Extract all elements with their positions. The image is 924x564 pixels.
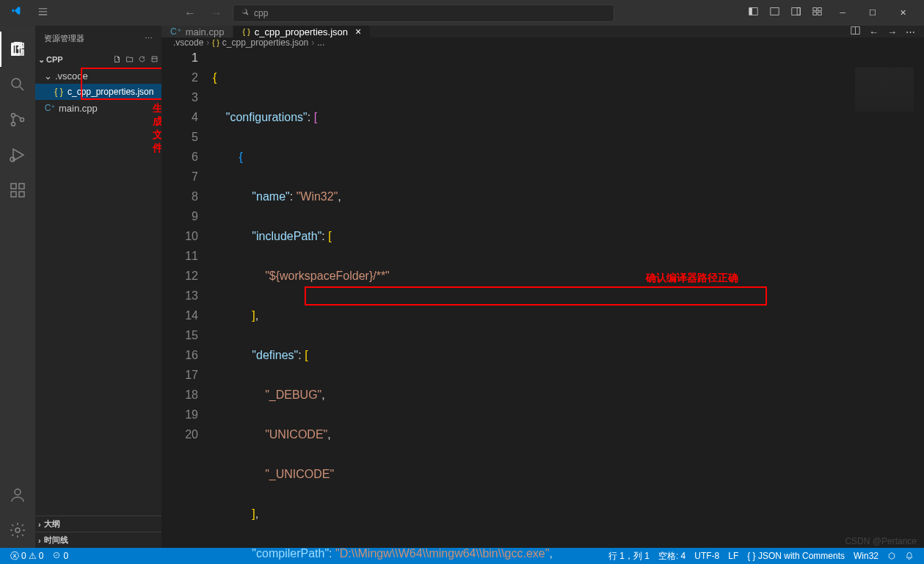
layout-right-icon[interactable]	[785, 2, 807, 24]
new-file-icon[interactable]	[113, 55, 121, 65]
json-file-icon: { }	[53, 87, 65, 97]
timeline-label: 时间线	[44, 535, 68, 546]
editor-area: C⁺ main.cpp { } c_cpp_properties.json × …	[161, 26, 924, 548]
run-debug-icon[interactable]	[0, 137, 35, 173]
chevron-right-icon: ›	[311, 37, 314, 48]
svg-rect-2	[771, 8, 779, 15]
layout-left-icon[interactable]	[743, 2, 764, 24]
file-label: c_cpp_properties.json	[68, 87, 153, 97]
chevron-right-icon: ›	[38, 520, 41, 529]
ports-icon	[52, 551, 61, 562]
editor-more-icon[interactable]: ⋯	[906, 26, 915, 37]
svg-rect-4	[797, 8, 800, 15]
search-icon	[241, 7, 250, 18]
svg-rect-7	[813, 12, 817, 15]
cpp-file-icon: C⁺	[170, 26, 181, 37]
error-icon: ⓧ	[10, 550, 19, 563]
minimap[interactable]	[855, 68, 914, 112]
svg-point-18	[15, 489, 21, 495]
breadcrumb-more[interactable]: ...	[317, 37, 324, 48]
svg-rect-8	[818, 12, 822, 15]
svg-rect-14	[11, 184, 16, 189]
explorer-sidebar: 资源管理器 ⋯ ⌄ CPP ⌄ .vscode { } c_cpp_proper…	[35, 26, 161, 548]
editor-next-icon[interactable]: →	[887, 26, 897, 37]
svg-point-9	[12, 79, 21, 87]
activity-bar	[0, 26, 35, 548]
titlebar: ← → cpp ─ ☐ ✕	[0, 0, 924, 26]
timeline-section[interactable]: › 时间线	[35, 532, 161, 548]
code-editor[interactable]: 1 2 3 4 5 6 7 8 9 10 11 12 13 14 15 16 1…	[161, 48, 924, 564]
svg-rect-6	[818, 8, 822, 11]
chevron-down-icon: ⌄	[44, 70, 52, 82]
chevron-down-icon: ⌄	[38, 55, 45, 65]
editor-tabs: C⁺ main.cpp { } c_cpp_properties.json × …	[161, 26, 924, 37]
svg-point-11	[12, 123, 15, 126]
nav-forward-button[interactable]: →	[206, 5, 227, 21]
svg-point-10	[12, 114, 15, 118]
svg-rect-16	[19, 192, 24, 197]
settings-icon[interactable]	[0, 513, 35, 548]
layout-bottom-icon[interactable]	[764, 2, 785, 24]
svg-rect-1	[749, 8, 752, 15]
watermark: CSDN @Pertance	[845, 536, 917, 546]
split-editor-icon[interactable]	[851, 26, 860, 37]
tab-label: main.cpp	[186, 26, 225, 37]
command-center[interactable]: cpp	[233, 4, 614, 22]
code-content[interactable]: { "configurations": [ { "name": "Win32",…	[213, 48, 924, 564]
tab-properties[interactable]: { } c_cpp_properties.json ×	[233, 26, 371, 37]
explorer-title: 资源管理器	[44, 33, 84, 44]
tree-file-properties[interactable]: { } c_cpp_properties.json	[35, 84, 161, 100]
close-button[interactable]: ✕	[888, 2, 918, 24]
collapse-icon[interactable]	[150, 55, 159, 65]
cpp-file-icon: C⁺	[44, 103, 56, 113]
breadcrumbs[interactable]: .vscode › { } c_cpp_properties.json › ..…	[161, 37, 924, 48]
menu-icon[interactable]	[38, 7, 51, 20]
file-label: main.cpp	[59, 103, 98, 114]
extensions-icon[interactable]	[0, 173, 35, 208]
tree-file-main[interactable]: C⁺ main.cpp	[35, 100, 161, 116]
status-ports[interactable]: 0	[48, 551, 73, 562]
tab-main[interactable]: C⁺ main.cpp	[161, 26, 233, 37]
folder-root[interactable]: ⌄ CPP	[35, 51, 161, 68]
svg-point-13	[10, 157, 15, 162]
search-tab-icon[interactable]	[0, 67, 35, 102]
svg-point-12	[21, 118, 24, 122]
search-text: cpp	[254, 8, 268, 18]
breadcrumb-folder[interactable]: .vscode	[173, 37, 203, 48]
json-file-icon: { }	[242, 27, 250, 36]
minimize-button[interactable]: ─	[828, 2, 857, 24]
new-folder-icon[interactable]	[125, 55, 134, 65]
chevron-right-icon: ›	[38, 536, 41, 545]
close-icon[interactable]: ×	[355, 26, 361, 37]
editor-prev-icon[interactable]: ←	[869, 26, 878, 37]
svg-rect-17	[19, 184, 24, 189]
warning-icon: ⚠	[29, 551, 37, 561]
svg-rect-3	[792, 8, 800, 15]
nav-back-button[interactable]: ←	[180, 5, 200, 21]
line-gutter: 1 2 3 4 5 6 7 8 9 10 11 12 13 14 15 16 1…	[161, 48, 213, 564]
status-errors[interactable]: ⓧ0 ⚠0	[6, 550, 48, 563]
explorer-icon[interactable]	[0, 32, 35, 67]
breadcrumb-file[interactable]: c_cpp_properties.json	[222, 37, 308, 48]
svg-rect-5	[813, 8, 817, 11]
tab-label: c_cpp_properties.json	[255, 26, 348, 37]
maximize-button[interactable]: ☐	[857, 2, 888, 24]
account-icon[interactable]	[0, 477, 35, 513]
json-file-icon: { }	[212, 39, 219, 47]
svg-rect-15	[11, 192, 16, 197]
tree-folder-vscode[interactable]: ⌄ .vscode	[35, 68, 161, 84]
svg-point-19	[15, 528, 20, 532]
vscode-icon	[12, 6, 26, 21]
layout-grid-icon[interactable]	[807, 2, 828, 24]
root-name: CPP	[46, 55, 63, 64]
explorer-more-icon[interactable]: ⋯	[145, 34, 153, 43]
refresh-icon[interactable]	[138, 55, 146, 65]
outline-section[interactable]: › 大纲	[35, 516, 161, 532]
chevron-right-icon: ›	[206, 37, 209, 48]
source-control-icon[interactable]	[0, 102, 35, 137]
folder-label: .vscode	[55, 70, 88, 82]
outline-label: 大纲	[44, 518, 60, 529]
